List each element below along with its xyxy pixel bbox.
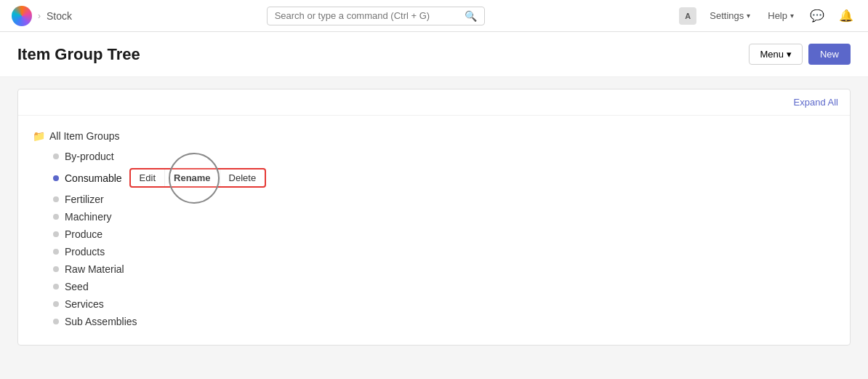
tree-dot-active [53, 175, 59, 181]
tree-dot [53, 266, 59, 272]
list-item: By-product [53, 148, 835, 165]
avatar: A [679, 7, 696, 25]
menu-button[interactable]: Menu ▾ [749, 44, 803, 65]
tree-root-item: 📁 All Item Groups [33, 127, 835, 145]
breadcrumb-chevron: › [38, 11, 41, 21]
leaf-label[interactable]: Machinery [65, 211, 112, 223]
leaf-label-consumable[interactable]: Consumable [65, 172, 122, 184]
breadcrumb-stock[interactable]: Stock [47, 10, 72, 22]
settings-button[interactable]: Settings ▾ [705, 7, 755, 24]
list-item: Consumable Edit Rename Delete [53, 165, 835, 191]
list-item: Seed [53, 278, 835, 295]
context-menu-container: Edit Rename Delete [122, 168, 267, 188]
content-card: Expand All 📁 All Item Groups By-product [17, 89, 851, 346]
page-header: Item Group Tree Menu ▾ New [0, 32, 868, 77]
leaf-label[interactable]: Seed [65, 281, 89, 292]
tree-dot [53, 196, 59, 202]
header-actions: Menu ▾ New [749, 44, 851, 65]
list-item: Services [53, 295, 835, 313]
tree-dot [53, 249, 59, 255]
search-bar[interactable]: 🔍 [267, 7, 485, 25]
folder-icon: 📁 [33, 130, 45, 142]
list-item: Sub Assemblies [53, 313, 835, 330]
menu-caret: ▾ [787, 49, 792, 60]
leaf-label[interactable]: Produce [65, 228, 103, 240]
leaf-label[interactable]: Products [65, 246, 105, 258]
chat-icon: 💬 [810, 9, 824, 22]
help-button[interactable]: Help ▾ [763, 7, 798, 24]
main-content: Expand All 📁 All Item Groups By-product [0, 77, 868, 357]
settings-caret: ▾ [747, 12, 750, 20]
list-item: Machinery [53, 208, 835, 226]
expand-all-button[interactable]: Expand All [794, 97, 838, 108]
chat-button[interactable]: 💬 [807, 6, 827, 25]
tree-dot [53, 214, 59, 220]
new-button[interactable]: New [808, 44, 851, 65]
context-menu: Edit Rename Delete [129, 168, 267, 188]
delete-menu-item[interactable]: Delete [220, 169, 265, 186]
tree-container: 📁 All Item Groups By-product Consumable [18, 116, 850, 345]
list-item: Fertilizer [53, 191, 835, 208]
nav-right: A Settings ▾ Help ▾ 💬 🔔 [679, 6, 856, 25]
leaf-label[interactable]: Fertilizer [65, 194, 104, 205]
bell-icon: 🔔 [839, 9, 853, 22]
notifications-button[interactable]: 🔔 [836, 6, 856, 25]
tree-dot [53, 284, 59, 290]
tree-dot [53, 231, 59, 237]
list-item: Produce [53, 226, 835, 243]
app-logo [12, 6, 32, 26]
search-input[interactable] [275, 10, 459, 21]
help-caret: ▾ [790, 12, 794, 20]
top-nav: › Stock 🔍 A Settings ▾ Help ▾ 💬 🔔 [0, 0, 868, 32]
tree-children: By-product Consumable Edit Rename Delete [53, 148, 835, 330]
page-title: Item Group Tree [17, 45, 140, 64]
expand-row: Expand All [18, 89, 850, 116]
tree-dot [53, 319, 59, 324]
tree-root: 📁 All Item Groups By-product Consumable [33, 127, 835, 330]
list-item: Raw Material [53, 260, 835, 278]
leaf-label[interactable]: Services [65, 298, 104, 310]
rename-menu-item[interactable]: Rename [165, 169, 220, 186]
tree-dot [53, 301, 59, 307]
search-icon: 🔍 [465, 10, 477, 22]
leaf-label[interactable]: Raw Material [65, 263, 124, 275]
leaf-label[interactable]: By-product [65, 151, 114, 162]
root-label: All Item Groups [49, 130, 119, 142]
tree-dot [53, 153, 59, 159]
leaf-label[interactable]: Sub Assemblies [65, 316, 137, 327]
list-item: Products [53, 243, 835, 260]
nav-left: › Stock [12, 6, 72, 26]
edit-menu-item[interactable]: Edit [131, 169, 165, 186]
